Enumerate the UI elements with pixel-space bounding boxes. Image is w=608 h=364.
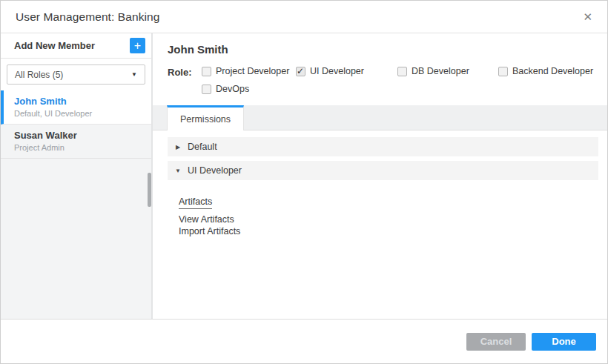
sidebar-scrollbar-thumb[interactable]	[148, 173, 151, 207]
section-ui-developer[interactable]: ▼ UI Developer	[168, 161, 598, 180]
dialog-header: User Management: Banking ✕	[1, 1, 607, 33]
chevron-down-icon: ▼	[174, 168, 182, 174]
section-default[interactable]: ▶ Default	[168, 137, 598, 156]
checkbox-label: UI Developer	[310, 66, 364, 76]
checkbox-checked-icon	[296, 67, 305, 76]
role-checkbox-grid: Project Developer UI Developer DB Develo…	[202, 66, 593, 76]
checkbox-icon	[498, 67, 508, 76]
role-checkbox-project-developer[interactable]: Project Developer	[202, 66, 296, 76]
dialog-footer: Cancel Done	[1, 319, 607, 363]
add-member-label: Add New Member	[14, 40, 95, 51]
close-icon[interactable]: ✕	[580, 8, 595, 25]
user-management-dialog: User Management: Banking ✕ Add New Membe…	[0, 0, 608, 364]
member-name: John Smith	[14, 96, 141, 107]
member-item-john-smith[interactable]: John Smith Default, UI Developer	[1, 90, 151, 125]
permissions-detail: Artifacts View Artifacts Import Artifact…	[179, 194, 607, 237]
checkbox-icon	[202, 67, 211, 76]
tab-strip: Permissions	[153, 105, 607, 130]
role-filter-row: All Roles (5) ▼	[1, 59, 151, 90]
role-checkbox-db-developer[interactable]: DB Developer	[397, 66, 498, 76]
checkbox-icon	[202, 85, 211, 94]
selected-member-heading: John Smith	[168, 43, 607, 56]
dialog-body: Add New Member + All Roles (5) ▼ John Sm…	[1, 33, 607, 319]
section-label: UI Developer	[188, 165, 242, 176]
role-filter-value: All Roles (5)	[15, 70, 63, 80]
tab-permissions[interactable]: Permissions	[167, 105, 244, 130]
permission-group-heading: Artifacts	[179, 196, 212, 209]
checkbox-label: DevOps	[216, 84, 249, 94]
checkbox-label: Project Developer	[216, 66, 289, 76]
checkbox-label: Backend Developer	[512, 66, 593, 76]
role-label: Role:	[168, 66, 202, 78]
add-member-button[interactable]: +	[130, 38, 145, 53]
checkbox-label: DB Developer	[412, 66, 469, 76]
role-checkbox-row-1: Role: Project Developer UI Developer DB …	[168, 66, 607, 78]
section-label: Default	[188, 142, 217, 152]
permission-sections: ▶ Default ▼ UI Developer	[168, 137, 598, 180]
role-checkbox-ui-developer[interactable]: UI Developer	[296, 66, 397, 76]
permission-item-view-artifacts[interactable]: View Artifacts	[179, 214, 607, 226]
permission-item-import-artifacts[interactable]: Import Artifacts	[179, 226, 607, 238]
role-checkbox-row-2: DevOps	[202, 84, 607, 94]
dialog-title: User Management: Banking	[16, 10, 160, 24]
done-button[interactable]: Done	[532, 333, 596, 351]
member-list: John Smith Default, UI Developer Susan W…	[1, 90, 151, 159]
chevron-right-icon: ▶	[174, 144, 182, 150]
member-sidebar: Add New Member + All Roles (5) ▼ John Sm…	[1, 33, 153, 319]
role-checkbox-backend-developer[interactable]: Backend Developer	[498, 66, 593, 76]
chevron-down-icon: ▼	[131, 71, 137, 78]
member-item-susan-walker[interactable]: Susan Walker Project Admin	[1, 125, 151, 159]
member-roles: Project Admin	[14, 143, 141, 152]
checkbox-icon	[397, 67, 407, 76]
role-filter-select[interactable]: All Roles (5) ▼	[7, 64, 145, 85]
member-name: Susan Walker	[14, 130, 141, 141]
member-roles: Default, UI Developer	[14, 109, 141, 118]
add-member-row: Add New Member +	[1, 33, 151, 59]
role-checkbox-devops[interactable]: DevOps	[202, 84, 249, 94]
cancel-button[interactable]: Cancel	[466, 333, 526, 351]
member-detail-panel: John Smith Role: Project Developer UI De…	[153, 33, 607, 319]
